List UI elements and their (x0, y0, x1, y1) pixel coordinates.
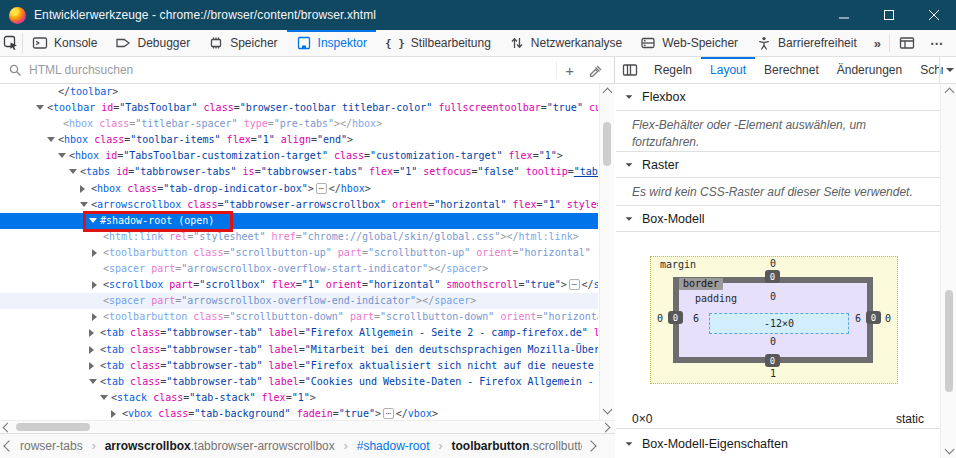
markup-row[interactable]: <hbox id="TabsToolbar-customization-targ… (0, 148, 598, 164)
sidebar-tab-layout[interactable]: Layout (701, 57, 755, 83)
tab-netzwerkanalyse[interactable]: Netzwerkanalyse (500, 30, 631, 56)
tab-speicher[interactable]: Speicher (199, 30, 286, 56)
markup-row[interactable]: <spacer part="arrowscrollbox-overflow-st… (0, 261, 598, 277)
expand-arrow-right-icon[interactable] (89, 362, 94, 370)
expand-arrow-down-icon[interactable] (36, 105, 44, 110)
padding-top-value[interactable]: 0 (762, 291, 784, 302)
tab-label: Inspektor (318, 36, 367, 50)
border-right-value[interactable]: 0 (866, 311, 881, 324)
scroll-right-icon[interactable] (601, 423, 611, 433)
markup-row[interactable]: <toolbarbutton class="scrollbutton-down"… (0, 309, 598, 325)
split-console-toggle-button[interactable] (894, 31, 920, 55)
markup-row[interactable]: <tab class="tabbrowser-tab" label="Firef… (0, 358, 598, 374)
scroll-up-icon[interactable] (603, 88, 613, 98)
breadcrumb-scroll-left-button[interactable] (0, 442, 18, 450)
markup-row[interactable]: <html:link rel="stylesheet" href="chrome… (0, 229, 598, 245)
markup-row[interactable]: <tab class="tabbrowser-tab" label="Firef… (0, 325, 598, 341)
padding-bottom-value[interactable]: 0 (762, 336, 784, 347)
scrollbar-thumb[interactable] (16, 423, 90, 431)
markup-row[interactable]: <hbox class="toolbar-items" flex="1" ali… (0, 132, 598, 148)
border-bottom-value[interactable]: 0 (765, 354, 780, 367)
add-node-button[interactable]: + (556, 61, 582, 79)
scroll-left-icon[interactable] (3, 423, 13, 433)
markup-row[interactable]: <toolbar id="TabsToolbar" class="browser… (0, 100, 598, 116)
boxmodel-section-header[interactable]: Box-Modell (616, 205, 940, 232)
eyedropper-button[interactable] (582, 63, 608, 77)
expand-arrow-right-icon[interactable] (80, 185, 85, 193)
search-input[interactable] (27, 62, 556, 78)
breadcrumb-item[interactable]: #shadow-root (357, 439, 430, 453)
expand-arrow-right-icon[interactable] (92, 281, 97, 289)
markup-row[interactable]: <stack class="tab-stack" flex="1"> (0, 390, 598, 406)
tab-debugger[interactable]: Debugger (106, 30, 199, 56)
expand-arrow-down-icon[interactable] (80, 202, 88, 207)
markup-row[interactable]: </toolbar> (0, 84, 598, 100)
close-button[interactable] (911, 0, 956, 30)
expand-arrow-right-icon[interactable] (89, 329, 94, 337)
maximize-button[interactable] (866, 0, 911, 30)
minimize-button[interactable] (821, 0, 866, 30)
markup-row[interactable]: <vbox class="tab-background" fadein="tru… (0, 406, 598, 420)
expand-arrow-down-icon[interactable] (58, 153, 66, 158)
markup-row[interactable]: <scrollbox part="scrollbox" flex="1" ori… (0, 277, 598, 293)
collapsed-children-badge[interactable]: ⋯ (569, 279, 580, 290)
tab-konsole[interactable]: Konsole (23, 30, 106, 56)
tab-stilbearbeitung[interactable]: { }Stilbearbeitung (376, 30, 500, 56)
sidebar-tab-änderungen[interactable]: Änderungen (828, 57, 911, 83)
scrollbar-thumb[interactable] (603, 122, 611, 166)
margin-bottom-value[interactable]: 1 (762, 368, 784, 379)
markup-attribute-link[interactable]: "tabbrowser-tab-tooltip" (574, 166, 598, 177)
scrollbar-thumb[interactable] (945, 290, 953, 392)
tab-inspektor[interactable]: Inspektor (287, 30, 376, 56)
breadcrumb-scroll-right-button[interactable] (582, 442, 600, 450)
flexbox-section-header[interactable]: Flexbox (616, 84, 940, 111)
markup-row[interactable]: <toolbarbutton class="scrollbutton-up" p… (0, 245, 598, 261)
expand-arrow-down-icon[interactable] (100, 395, 108, 400)
sidebar-tabs-dropdown-button[interactable] (939, 57, 954, 83)
border-left-value[interactable]: 0 (668, 311, 683, 324)
scroll-up-icon[interactable] (945, 88, 955, 98)
markup-row[interactable]: <spacer part="arrowscrollbox-overflow-en… (0, 293, 598, 309)
margin-top-value[interactable]: 0 (762, 258, 784, 269)
content-box[interactable]: -12×0 (709, 313, 849, 334)
padding-left-value[interactable]: 6 (688, 313, 704, 324)
breadcrumb-item[interactable]: arrowscrollbox.tabbrowser-arrowscrollbox (105, 439, 335, 453)
three-pane-toggle-button[interactable] (615, 57, 645, 83)
meatball-menu-button[interactable]: ⋯ (924, 31, 950, 55)
expand-arrow-right-icon[interactable] (89, 346, 94, 354)
markup-row[interactable]: <hbox class="titlebar-spacer" type="pre-… (0, 116, 598, 132)
markup-row[interactable]: <hbox class="tab-drop-indicator-box">⋯</… (0, 181, 598, 197)
margin-right-value[interactable]: 0 (880, 313, 896, 324)
markup-row[interactable]: <arrowscrollbox class="tabbrowser-arrows… (0, 197, 598, 213)
tree-vertical-scrollbar[interactable] (599, 84, 614, 420)
expand-arrow-down-icon[interactable] (69, 169, 77, 174)
margin-left-value[interactable]: 0 (652, 313, 668, 324)
scroll-down-icon[interactable] (945, 445, 955, 455)
overflow-chevron-button[interactable]: » (866, 30, 889, 56)
sidebar-tab-regeln[interactable]: Regeln (645, 57, 701, 83)
markup-attribute-name: part (163, 279, 193, 290)
markup-row[interactable]: <tab class="tabbrowser-tab" label="Cooki… (0, 374, 598, 390)
collapsed-children-badge[interactable]: ⋯ (316, 183, 327, 194)
layout-panel-scrollbar[interactable] (940, 84, 956, 458)
pick-element-button[interactable] (0, 30, 22, 56)
markup-row[interactable]: <tabs id="tabbrowser-tabs" is="tabbrowse… (0, 164, 598, 180)
boxmodel-properties-header[interactable]: Box-Modell-Eigenschaften (616, 428, 940, 458)
breadcrumb-item[interactable]: rowser-tabs (20, 439, 83, 453)
padding-right-value[interactable]: 6 (850, 313, 866, 324)
grid-section-header[interactable]: Raster (616, 151, 940, 178)
expand-arrow-down-icon[interactable] (89, 218, 97, 223)
tab-barrierefreiheit[interactable]: Barrierefreiheit (747, 30, 866, 56)
markup-row[interactable]: #shadow-root (open) (0, 213, 598, 229)
expand-arrow-right-icon[interactable] (111, 410, 116, 418)
markup-row[interactable]: <tab class="tabbrowser-tab" label="Mitar… (0, 342, 598, 358)
scroll-down-icon[interactable] (603, 405, 613, 415)
tree-horizontal-scrollbar[interactable] (0, 420, 615, 433)
collapsed-children-badge[interactable]: ⋯ (383, 408, 394, 419)
expand-arrow-down-icon[interactable] (89, 379, 97, 384)
sidebar-tab-berechnet[interactable]: Berechnet (755, 57, 828, 83)
expand-arrow-down-icon[interactable] (47, 137, 55, 142)
border-top-value[interactable]: 0 (765, 270, 780, 283)
tab-web-speicher[interactable]: Web-Speicher (631, 30, 747, 56)
breadcrumb-item[interactable]: toolbarbutton.scrollbutton-up (451, 439, 582, 453)
